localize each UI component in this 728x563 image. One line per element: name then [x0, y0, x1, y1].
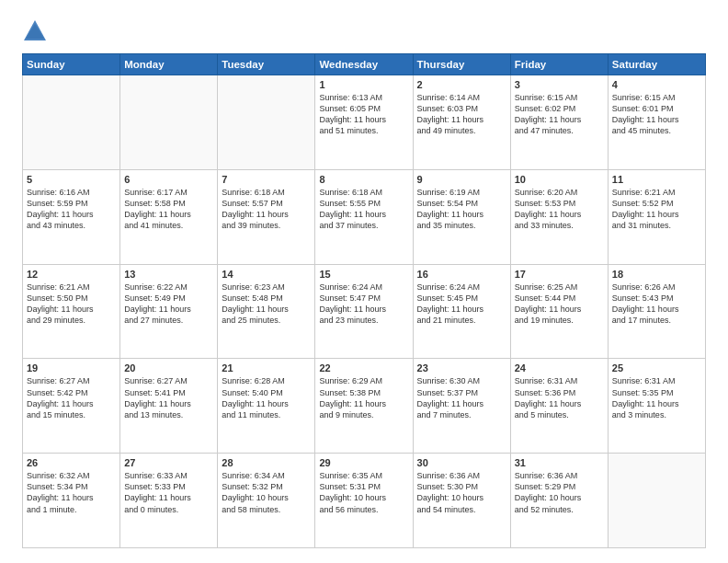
day-number: 27 — [124, 457, 213, 468]
day-number: 28 — [222, 457, 311, 468]
calendar-cell: 21Sunrise: 6:28 AM Sunset: 5:40 PM Dayli… — [218, 359, 315, 454]
cell-info: Sunrise: 6:19 AM Sunset: 5:54 PM Dayligh… — [417, 187, 506, 232]
calendar-cell: 28Sunrise: 6:34 AM Sunset: 5:32 PM Dayli… — [218, 454, 315, 548]
day-number: 30 — [417, 457, 506, 468]
svg-marker-1 — [26, 24, 44, 39]
day-number: 5 — [27, 174, 116, 185]
calendar-cell: 13Sunrise: 6:22 AM Sunset: 5:49 PM Dayli… — [120, 264, 218, 359]
day-number: 13 — [124, 269, 213, 280]
calendar-cell — [218, 75, 315, 170]
logo — [22, 18, 51, 44]
cell-info: Sunrise: 6:28 AM Sunset: 5:40 PM Dayligh… — [222, 375, 311, 420]
day-number: 10 — [515, 174, 604, 185]
calendar: SundayMondayTuesdayWednesdayThursdayFrid… — [22, 53, 706, 548]
weekday-header: Thursday — [413, 54, 510, 75]
header — [22, 18, 706, 44]
calendar-week: 12Sunrise: 6:21 AM Sunset: 5:50 PM Dayli… — [23, 264, 706, 359]
calendar-cell: 4Sunrise: 6:15 AM Sunset: 6:01 PM Daylig… — [608, 75, 705, 170]
day-number: 8 — [319, 174, 408, 185]
calendar-cell: 9Sunrise: 6:19 AM Sunset: 5:54 PM Daylig… — [413, 169, 510, 264]
cell-info: Sunrise: 6:27 AM Sunset: 5:42 PM Dayligh… — [27, 375, 116, 420]
weekday-header: Wednesday — [315, 54, 413, 75]
cell-info: Sunrise: 6:20 AM Sunset: 5:53 PM Dayligh… — [515, 187, 604, 232]
cell-info: Sunrise: 6:26 AM Sunset: 5:43 PM Dayligh… — [612, 282, 701, 327]
weekday-header: Sunday — [23, 54, 120, 75]
calendar-week: 5Sunrise: 6:16 AM Sunset: 5:59 PM Daylig… — [23, 169, 706, 264]
calendar-cell: 17Sunrise: 6:25 AM Sunset: 5:44 PM Dayli… — [510, 264, 608, 359]
calendar-cell: 1Sunrise: 6:13 AM Sunset: 6:05 PM Daylig… — [315, 75, 413, 170]
calendar-cell: 3Sunrise: 6:15 AM Sunset: 6:02 PM Daylig… — [510, 75, 608, 170]
calendar-cell — [608, 454, 705, 548]
calendar-cell: 22Sunrise: 6:29 AM Sunset: 5:38 PM Dayli… — [315, 359, 413, 454]
cell-info: Sunrise: 6:25 AM Sunset: 5:44 PM Dayligh… — [515, 282, 604, 327]
calendar-cell: 30Sunrise: 6:36 AM Sunset: 5:30 PM Dayli… — [413, 454, 510, 548]
cell-info: Sunrise: 6:18 AM Sunset: 5:55 PM Dayligh… — [319, 187, 408, 232]
cell-info: Sunrise: 6:34 AM Sunset: 5:32 PM Dayligh… — [222, 470, 311, 515]
calendar-cell: 15Sunrise: 6:24 AM Sunset: 5:47 PM Dayli… — [315, 264, 413, 359]
cell-info: Sunrise: 6:24 AM Sunset: 5:45 PM Dayligh… — [417, 282, 506, 327]
calendar-cell: 16Sunrise: 6:24 AM Sunset: 5:45 PM Dayli… — [413, 264, 510, 359]
cell-info: Sunrise: 6:32 AM Sunset: 5:34 PM Dayligh… — [27, 470, 116, 515]
day-number: 12 — [27, 269, 116, 280]
weekday-row: SundayMondayTuesdayWednesdayThursdayFrid… — [23, 54, 706, 75]
day-number: 2 — [417, 79, 506, 90]
calendar-cell: 10Sunrise: 6:20 AM Sunset: 5:53 PM Dayli… — [510, 169, 608, 264]
cell-info: Sunrise: 6:30 AM Sunset: 5:37 PM Dayligh… — [417, 375, 506, 420]
day-number: 18 — [612, 269, 701, 280]
calendar-header: SundayMondayTuesdayWednesdayThursdayFrid… — [23, 54, 706, 75]
cell-info: Sunrise: 6:31 AM Sunset: 5:35 PM Dayligh… — [612, 375, 701, 420]
day-number: 29 — [319, 457, 408, 468]
calendar-cell: 29Sunrise: 6:35 AM Sunset: 5:31 PM Dayli… — [315, 454, 413, 548]
day-number: 25 — [612, 362, 701, 373]
day-number: 9 — [417, 174, 506, 185]
calendar-cell: 31Sunrise: 6:36 AM Sunset: 5:29 PM Dayli… — [510, 454, 608, 548]
cell-info: Sunrise: 6:17 AM Sunset: 5:58 PM Dayligh… — [124, 187, 213, 232]
cell-info: Sunrise: 6:16 AM Sunset: 5:59 PM Dayligh… — [27, 187, 116, 232]
calendar-cell: 24Sunrise: 6:31 AM Sunset: 5:36 PM Dayli… — [510, 359, 608, 454]
cell-info: Sunrise: 6:36 AM Sunset: 5:30 PM Dayligh… — [417, 470, 506, 515]
calendar-cell: 11Sunrise: 6:21 AM Sunset: 5:52 PM Dayli… — [608, 169, 705, 264]
cell-info: Sunrise: 6:13 AM Sunset: 6:05 PM Dayligh… — [319, 92, 408, 137]
day-number: 3 — [515, 79, 604, 90]
day-number: 23 — [417, 362, 506, 373]
cell-info: Sunrise: 6:27 AM Sunset: 5:41 PM Dayligh… — [124, 375, 213, 420]
calendar-cell: 8Sunrise: 6:18 AM Sunset: 5:55 PM Daylig… — [315, 169, 413, 264]
day-number: 20 — [124, 362, 213, 373]
cell-info: Sunrise: 6:15 AM Sunset: 6:02 PM Dayligh… — [515, 92, 604, 137]
calendar-cell: 18Sunrise: 6:26 AM Sunset: 5:43 PM Dayli… — [608, 264, 705, 359]
cell-info: Sunrise: 6:33 AM Sunset: 5:33 PM Dayligh… — [124, 470, 213, 515]
calendar-cell: 14Sunrise: 6:23 AM Sunset: 5:48 PM Dayli… — [218, 264, 315, 359]
calendar-cell — [120, 75, 218, 170]
calendar-cell: 20Sunrise: 6:27 AM Sunset: 5:41 PM Dayli… — [120, 359, 218, 454]
cell-info: Sunrise: 6:21 AM Sunset: 5:50 PM Dayligh… — [27, 282, 116, 327]
weekday-header: Friday — [510, 54, 608, 75]
calendar-cell — [23, 75, 120, 170]
calendar-week: 19Sunrise: 6:27 AM Sunset: 5:42 PM Dayli… — [23, 359, 706, 454]
calendar-cell: 25Sunrise: 6:31 AM Sunset: 5:35 PM Dayli… — [608, 359, 705, 454]
day-number: 19 — [27, 362, 116, 373]
cell-info: Sunrise: 6:23 AM Sunset: 5:48 PM Dayligh… — [222, 282, 311, 327]
calendar-cell: 19Sunrise: 6:27 AM Sunset: 5:42 PM Dayli… — [23, 359, 120, 454]
calendar-week: 1Sunrise: 6:13 AM Sunset: 6:05 PM Daylig… — [23, 75, 706, 170]
cell-info: Sunrise: 6:31 AM Sunset: 5:36 PM Dayligh… — [515, 375, 604, 420]
calendar-cell: 23Sunrise: 6:30 AM Sunset: 5:37 PM Dayli… — [413, 359, 510, 454]
cell-info: Sunrise: 6:21 AM Sunset: 5:52 PM Dayligh… — [612, 187, 701, 232]
day-number: 24 — [515, 362, 604, 373]
cell-info: Sunrise: 6:35 AM Sunset: 5:31 PM Dayligh… — [319, 470, 408, 515]
calendar-cell: 12Sunrise: 6:21 AM Sunset: 5:50 PM Dayli… — [23, 264, 120, 359]
calendar-body: 1Sunrise: 6:13 AM Sunset: 6:05 PM Daylig… — [23, 75, 706, 548]
day-number: 17 — [515, 269, 604, 280]
day-number: 14 — [222, 269, 311, 280]
cell-info: Sunrise: 6:22 AM Sunset: 5:49 PM Dayligh… — [124, 282, 213, 327]
cell-info: Sunrise: 6:15 AM Sunset: 6:01 PM Dayligh… — [612, 92, 701, 137]
day-number: 21 — [222, 362, 311, 373]
day-number: 7 — [222, 174, 311, 185]
day-number: 11 — [612, 174, 701, 185]
calendar-cell: 7Sunrise: 6:18 AM Sunset: 5:57 PM Daylig… — [218, 169, 315, 264]
cell-info: Sunrise: 6:29 AM Sunset: 5:38 PM Dayligh… — [319, 375, 408, 420]
calendar-cell: 27Sunrise: 6:33 AM Sunset: 5:33 PM Dayli… — [120, 454, 218, 548]
page: SundayMondayTuesdayWednesdayThursdayFrid… — [0, 0, 728, 563]
day-number: 1 — [319, 79, 408, 90]
day-number: 31 — [515, 457, 604, 468]
day-number: 4 — [612, 79, 701, 90]
